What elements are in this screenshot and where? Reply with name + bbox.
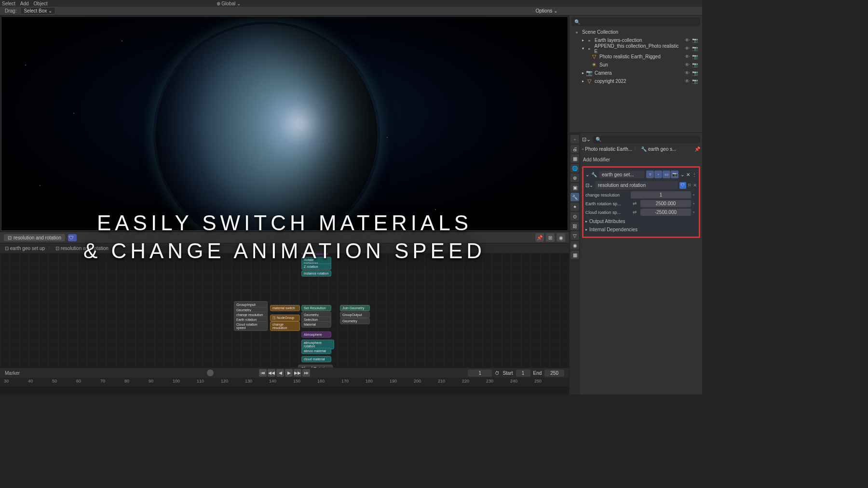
3d-viewport[interactable]	[1, 16, 568, 231]
prev-keyframe-button[interactable]: ◀◀	[268, 369, 275, 377]
tab-physics[interactable]: ⊙	[570, 212, 579, 221]
node-instance-rotation[interactable]: instance rotation	[301, 270, 331, 277]
node-join-geometry[interactable]: Join Geometry	[340, 305, 370, 311]
add-modifier-button[interactable]: Add Modifier	[582, 156, 700, 163]
anim-dot[interactable]: •	[693, 192, 697, 198]
expand-icon[interactable]: ⌄	[585, 172, 589, 177]
node-geometry3[interactable]: Geometry	[340, 318, 370, 324]
render-icon[interactable]: 📷	[692, 45, 698, 52]
mod-toggle-realtime[interactable]: ▫	[654, 171, 662, 178]
link-icon[interactable]: ⇄	[631, 200, 638, 207]
outliner-item[interactable]: ☀Sun👁📷	[571, 61, 700, 69]
nodegroup-selector[interactable]: resolution and rotation	[595, 181, 678, 189]
tab-particle[interactable]: ✦	[570, 202, 579, 211]
nodegroup-selector[interactable]: ⊡ resolution and rotation	[4, 234, 65, 241]
play-button[interactable]: ▶	[285, 369, 293, 377]
tab-data[interactable]: ▽	[570, 231, 579, 240]
transform-global[interactable]: ⊕ Global ⌄	[217, 1, 241, 6]
end-frame-input[interactable]: 250	[544, 369, 564, 377]
select-mode-dropdown[interactable]: Select Box ⌄	[20, 7, 55, 14]
mod-close[interactable]: ✕	[686, 172, 690, 177]
visibility-icon[interactable]: 👁	[684, 62, 691, 68]
render-icon[interactable]: 📷	[692, 53, 698, 60]
pin-icon[interactable]: 📌	[694, 146, 700, 152]
visibility-icon[interactable]: 👁	[684, 70, 691, 77]
visibility-icon[interactable]: 👁	[684, 45, 691, 52]
jump-start-button[interactable]: ⏮	[259, 369, 267, 377]
pin-icon[interactable]: 📌	[535, 233, 544, 242]
breadcrumb-child[interactable]: ⊡ resolution and rotation	[55, 246, 108, 251]
outliner-search[interactable]: 🔍	[571, 17, 700, 26]
node-material-switch[interactable]: material switch	[270, 305, 300, 311]
modifier-name-input[interactable]: earth geo set...	[599, 171, 644, 178]
anim-dot[interactable]: •	[693, 210, 697, 215]
outliner-item[interactable]: ▸▽copyright 2022👁📷	[571, 77, 700, 85]
options-dropdown[interactable]: Options ⌄	[536, 8, 557, 13]
render-icon[interactable]: 📷	[692, 70, 698, 77]
field-value-input[interactable]: -2500.000	[640, 209, 691, 216]
shield-toggle[interactable]: 🛡	[68, 234, 77, 241]
menu-add[interactable]: Add	[20, 1, 29, 6]
outliner-item[interactable]: ▽Photo realistic Earth_Rigged👁📷	[571, 53, 700, 61]
jump-end-button[interactable]: ⏭	[302, 369, 310, 377]
visibility-icon[interactable]: 👁	[684, 53, 691, 60]
node-cloud-material[interactable]: cloud material	[301, 356, 331, 362]
breadcrumb-root[interactable]: ⊡ earth geo set up	[5, 246, 45, 251]
tab-render[interactable]: ▫	[570, 135, 579, 144]
node-surface[interactable]: Surface	[301, 253, 328, 255]
breadcrumb-modifier[interactable]: 🔧 earth geo s...	[641, 146, 676, 152]
mod-dropdown[interactable]: ⌄	[680, 172, 684, 177]
node-set-resolution[interactable]: Set Resolution	[301, 305, 331, 311]
field-value-input[interactable]: 1	[631, 191, 691, 198]
node-cloud-rot[interactable]: Cloud rotation speed	[234, 321, 268, 331]
props-editor-type[interactable]: ⊡⌄	[582, 136, 591, 143]
modifier-section[interactable]: Output Attributes	[585, 217, 697, 225]
outliner-item[interactable]: ▾▫APPEND_this collection_Photo realistic…	[571, 44, 700, 53]
modifier-section[interactable]: Internal Dependencies	[585, 225, 697, 234]
timeline-track[interactable]	[0, 386, 569, 395]
node-group-output[interactable]: GroupOutput	[340, 312, 370, 318]
next-keyframe-button[interactable]: ▶▶	[294, 369, 301, 377]
play-reverse-button[interactable]: ◀	[276, 369, 284, 377]
link-icon[interactable]: ⇄	[631, 209, 638, 216]
node-atmosphere[interactable]: Atmosphere	[301, 331, 331, 338]
snap-icon[interactable]: ⊞	[546, 233, 555, 242]
tab-modifier[interactable]: 🔧	[570, 193, 579, 201]
props-search-input[interactable]	[593, 136, 700, 143]
visibility-icon[interactable]: 👁	[684, 78, 691, 85]
tab-scene[interactable]: 🌐	[570, 164, 579, 172]
unlink-icon[interactable]: ✕	[693, 183, 697, 188]
shield-icon[interactable]: 🛡	[679, 182, 686, 189]
mod-toggle-viewport[interactable]: 📷	[671, 171, 678, 178]
overlay-icon[interactable]: ◉	[556, 233, 565, 242]
tab-texture[interactable]: ▦	[570, 251, 579, 259]
node-z-rotation[interactable]: Z rotation	[301, 264, 331, 270]
auto-key-toggle[interactable]	[207, 369, 214, 376]
visibility-icon[interactable]: 👁	[684, 37, 691, 44]
tab-view[interactable]: ▦	[570, 154, 579, 163]
render-icon[interactable]: 📷	[692, 78, 698, 85]
node-material[interactable]: Material	[301, 321, 331, 328]
render-icon[interactable]: 📷	[692, 62, 698, 68]
tab-object[interactable]: ▣	[570, 183, 579, 192]
node-change-res-2[interactable]: change resolution	[270, 321, 300, 331]
menu-object[interactable]: Object	[34, 1, 48, 6]
tab-output[interactable]: 🖨	[570, 145, 579, 153]
tab-constraint[interactable]: ⛓	[570, 222, 579, 230]
breadcrumb-object[interactable]: ▫ Photo realistic Earth...	[582, 146, 632, 152]
node-cloud-rotation[interactable]: Cloud Rotation	[298, 365, 333, 368]
current-frame-input[interactable]: 1	[468, 369, 492, 377]
mod-toggle-render[interactable]: ▭	[663, 171, 670, 178]
tab-world[interactable]: ⊕	[570, 173, 579, 182]
render-icon[interactable]: 📷	[692, 37, 698, 44]
start-frame-input[interactable]: 1	[516, 369, 530, 377]
anim-dot[interactable]: •	[693, 201, 697, 206]
node-nodegroup[interactable]: ◫ NodeGroup	[270, 315, 300, 321]
node-atmos-material[interactable]: atmos material	[301, 348, 331, 354]
mod-toggle-edit[interactable]: ▿	[646, 171, 654, 178]
copy-icon[interactable]: ⎘	[688, 183, 691, 188]
mod-extras[interactable]: ⋮	[692, 172, 697, 177]
field-value-input[interactable]: 2500.000	[640, 200, 691, 207]
timeline-ruler[interactable]: 3040506070809010011012013014015016017018…	[0, 378, 569, 386]
menu-select[interactable]: Select	[2, 1, 15, 6]
